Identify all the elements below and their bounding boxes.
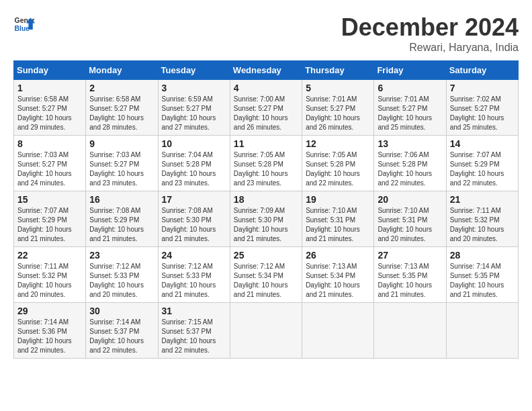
day-number: 30 — [89, 306, 154, 316]
day-number: 28 — [450, 250, 515, 261]
month-title: December 2024 — [341, 13, 519, 42]
day-info: Sunrise: 7:01 AMSunset: 5:27 PMDaylight:… — [378, 95, 442, 132]
calendar-week-row: 22Sunrise: 7:11 AMSunset: 5:32 PMDayligh… — [14, 247, 519, 303]
calendar-cell: 25Sunrise: 7:12 AMSunset: 5:34 PMDayligh… — [230, 247, 302, 303]
day-info: Sunrise: 7:05 AMSunset: 5:28 PMDaylight:… — [306, 150, 370, 188]
day-info: Sunrise: 7:12 AMSunset: 5:33 PMDaylight:… — [162, 262, 226, 300]
day-number: 13 — [378, 138, 442, 149]
day-info: Sunrise: 7:00 AMSunset: 5:27 PMDaylight:… — [234, 95, 298, 132]
day-info: Sunrise: 7:11 AMSunset: 5:32 PMDaylight:… — [450, 206, 515, 244]
calendar-cell: 16Sunrise: 7:08 AMSunset: 5:29 PMDayligh… — [86, 191, 158, 247]
day-number: 27 — [378, 250, 442, 261]
day-number: 21 — [450, 194, 515, 205]
day-info: Sunrise: 7:04 AMSunset: 5:28 PMDaylight:… — [162, 150, 226, 188]
day-number: 3 — [162, 83, 226, 93]
calendar-cell: 7Sunrise: 7:02 AMSunset: 5:27 PMDaylight… — [446, 80, 518, 136]
day-info: Sunrise: 7:11 AMSunset: 5:32 PMDaylight:… — [17, 262, 82, 300]
day-number: 8 — [17, 138, 82, 149]
day-info: Sunrise: 7:05 AMSunset: 5:28 PMDaylight:… — [234, 150, 298, 188]
day-number: 12 — [306, 138, 370, 149]
calendar-cell: 17Sunrise: 7:08 AMSunset: 5:30 PMDayligh… — [158, 191, 230, 247]
day-number: 11 — [234, 138, 298, 149]
day-number: 25 — [234, 250, 298, 261]
calendar-cell: 28Sunrise: 7:14 AMSunset: 5:35 PMDayligh… — [446, 247, 518, 303]
day-info: Sunrise: 7:10 AMSunset: 5:31 PMDaylight:… — [306, 206, 370, 244]
day-info: Sunrise: 7:09 AMSunset: 5:30 PMDaylight:… — [234, 206, 298, 244]
calendar-cell: 15Sunrise: 7:07 AMSunset: 5:29 PMDayligh… — [14, 191, 86, 247]
calendar-cell: 10Sunrise: 7:04 AMSunset: 5:28 PMDayligh… — [158, 136, 230, 191]
calendar-cell: 29Sunrise: 7:14 AMSunset: 5:36 PMDayligh… — [14, 303, 86, 359]
day-info: Sunrise: 7:10 AMSunset: 5:31 PMDaylight:… — [378, 206, 442, 244]
page-header: General Blue December 2024 Rewari, Harya… — [13, 13, 519, 54]
day-number: 26 — [306, 250, 370, 261]
day-number: 4 — [234, 83, 298, 93]
calendar-cell: 14Sunrise: 7:07 AMSunset: 5:29 PMDayligh… — [446, 136, 518, 191]
day-number: 1 — [17, 83, 82, 93]
day-info: Sunrise: 6:58 AMSunset: 5:27 PMDaylight:… — [89, 95, 154, 132]
day-number: 10 — [162, 138, 226, 149]
day-info: Sunrise: 7:01 AMSunset: 5:27 PMDaylight:… — [306, 95, 370, 132]
calendar-table: Sunday Monday Tuesday Wednesday Thursday… — [13, 60, 519, 359]
day-info: Sunrise: 7:07 AMSunset: 5:29 PMDaylight:… — [450, 150, 515, 188]
calendar-cell: 30Sunrise: 7:14 AMSunset: 5:37 PMDayligh… — [86, 303, 158, 359]
day-number: 29 — [17, 306, 82, 316]
title-area: December 2024 Rewari, Haryana, India — [341, 13, 519, 54]
location: Rewari, Haryana, India — [341, 42, 519, 54]
col-sunday: Sunday — [14, 61, 86, 80]
svg-text:Blue: Blue — [15, 25, 30, 32]
day-number: 22 — [17, 250, 82, 261]
calendar-cell: 6Sunrise: 7:01 AMSunset: 5:27 PMDaylight… — [374, 80, 446, 136]
day-info: Sunrise: 7:14 AMSunset: 5:37 PMDaylight:… — [89, 318, 154, 355]
day-number: 31 — [162, 306, 226, 316]
day-info: Sunrise: 7:14 AMSunset: 5:35 PMDaylight:… — [450, 262, 515, 300]
day-info: Sunrise: 7:03 AMSunset: 5:27 PMDaylight:… — [17, 150, 82, 188]
calendar-cell: 21Sunrise: 7:11 AMSunset: 5:32 PMDayligh… — [446, 191, 518, 247]
day-info: Sunrise: 7:03 AMSunset: 5:27 PMDaylight:… — [89, 150, 154, 188]
calendar-week-row: 1Sunrise: 6:58 AMSunset: 5:27 PMDaylight… — [14, 80, 519, 136]
calendar-header-row: Sunday Monday Tuesday Wednesday Thursday… — [14, 61, 519, 80]
calendar-cell: 19Sunrise: 7:10 AMSunset: 5:31 PMDayligh… — [302, 191, 374, 247]
calendar-cell: 31Sunrise: 7:15 AMSunset: 5:37 PMDayligh… — [158, 303, 230, 359]
day-number: 15 — [17, 194, 82, 205]
calendar-cell: 26Sunrise: 7:13 AMSunset: 5:34 PMDayligh… — [302, 247, 374, 303]
col-friday: Friday — [374, 61, 446, 80]
day-info: Sunrise: 7:08 AMSunset: 5:29 PMDaylight:… — [89, 206, 154, 244]
calendar-body: 1Sunrise: 6:58 AMSunset: 5:27 PMDaylight… — [14, 80, 519, 359]
calendar-cell: 3Sunrise: 6:59 AMSunset: 5:27 PMDaylight… — [158, 80, 230, 136]
calendar-week-row: 8Sunrise: 7:03 AMSunset: 5:27 PMDaylight… — [14, 136, 519, 191]
calendar-cell — [446, 303, 518, 359]
day-info: Sunrise: 6:58 AMSunset: 5:27 PMDaylight:… — [17, 95, 82, 132]
col-thursday: Thursday — [302, 61, 374, 80]
calendar-cell: 18Sunrise: 7:09 AMSunset: 5:30 PMDayligh… — [230, 191, 302, 247]
calendar-cell: 23Sunrise: 7:12 AMSunset: 5:33 PMDayligh… — [86, 247, 158, 303]
day-info: Sunrise: 7:07 AMSunset: 5:29 PMDaylight:… — [17, 206, 82, 244]
day-info: Sunrise: 7:15 AMSunset: 5:37 PMDaylight:… — [162, 318, 226, 355]
day-number: 9 — [89, 138, 154, 149]
calendar-cell: 20Sunrise: 7:10 AMSunset: 5:31 PMDayligh… — [374, 191, 446, 247]
calendar-cell: 24Sunrise: 7:12 AMSunset: 5:33 PMDayligh… — [158, 247, 230, 303]
col-wednesday: Wednesday — [230, 61, 302, 80]
logo-icon: General Blue — [13, 13, 35, 35]
calendar-cell — [230, 303, 302, 359]
day-number: 23 — [89, 250, 154, 261]
calendar-cell: 1Sunrise: 6:58 AMSunset: 5:27 PMDaylight… — [14, 80, 86, 136]
calendar-cell: 4Sunrise: 7:00 AMSunset: 5:27 PMDaylight… — [230, 80, 302, 136]
day-number: 7 — [450, 83, 515, 93]
day-number: 16 — [89, 194, 154, 205]
day-number: 19 — [306, 194, 370, 205]
day-info: Sunrise: 7:02 AMSunset: 5:27 PMDaylight:… — [450, 95, 515, 132]
calendar-week-row: 29Sunrise: 7:14 AMSunset: 5:36 PMDayligh… — [14, 303, 519, 359]
logo: General Blue — [13, 13, 35, 35]
day-number: 17 — [162, 194, 226, 205]
day-info: Sunrise: 7:14 AMSunset: 5:36 PMDaylight:… — [17, 318, 82, 355]
calendar-cell: 8Sunrise: 7:03 AMSunset: 5:27 PMDaylight… — [14, 136, 86, 191]
col-tuesday: Tuesday — [158, 61, 230, 80]
day-number: 6 — [378, 83, 442, 93]
calendar-week-row: 15Sunrise: 7:07 AMSunset: 5:29 PMDayligh… — [14, 191, 519, 247]
calendar-cell: 11Sunrise: 7:05 AMSunset: 5:28 PMDayligh… — [230, 136, 302, 191]
day-number: 2 — [89, 83, 154, 93]
calendar-cell — [374, 303, 446, 359]
day-info: Sunrise: 7:12 AMSunset: 5:33 PMDaylight:… — [89, 262, 154, 300]
day-number: 24 — [162, 250, 226, 261]
calendar-cell — [302, 303, 374, 359]
